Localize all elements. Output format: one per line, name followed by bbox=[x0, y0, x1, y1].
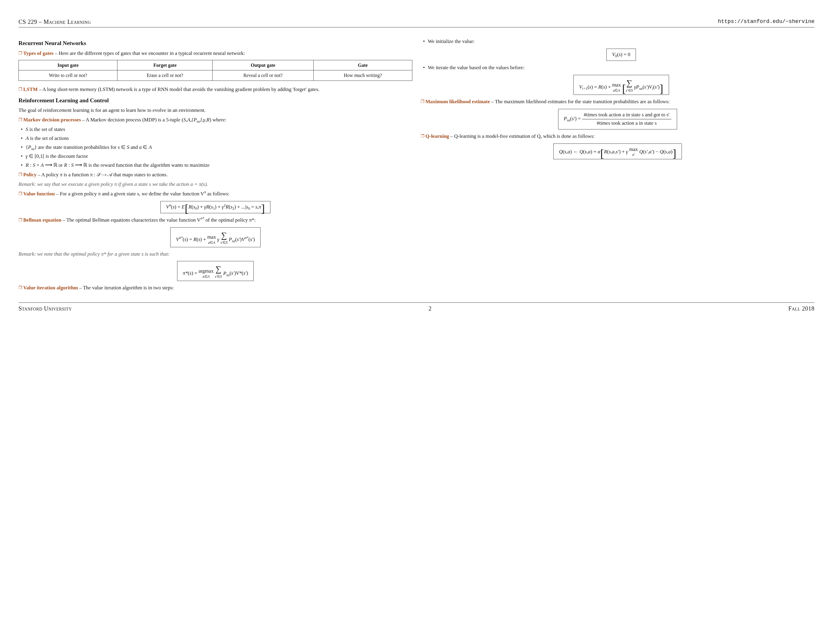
iter-equation: Vi+1(s) = R(s) + maxa∈A [∑s′∈S γPsa(s′)V… bbox=[573, 75, 669, 95]
policy-remark: Remark: we say that we execute a given p… bbox=[18, 181, 412, 188]
list-item: A is the set of actions bbox=[26, 135, 412, 142]
mle-num: #times took action a in state s and got … bbox=[582, 111, 671, 119]
list-item: S is the set of states bbox=[26, 126, 412, 133]
bellman-para: ❐Bellman equation – The optimal Bellman … bbox=[18, 217, 412, 224]
footer-left: Stanford University bbox=[18, 304, 72, 312]
bookmark-icon: ❐ bbox=[18, 172, 23, 177]
list-item: R : S × A ⟶ ℝ or R : S ⟶ ℝ is the reward… bbox=[26, 162, 412, 169]
init-text: We initialize the value: bbox=[428, 39, 474, 44]
bookmark-icon: ❐ bbox=[421, 99, 425, 104]
table-row: Input gate Forget gate Output gate Gate bbox=[19, 60, 412, 71]
lstm-para: ❐LSTM – A long short-term memory (LSTM) … bbox=[18, 86, 412, 93]
rl-heading: Reinforcement Learning and Control bbox=[18, 97, 412, 105]
header-left: CS 229 – Machine Learning bbox=[18, 18, 91, 26]
bellman-body-a: – The optimal Bellman equations characte… bbox=[61, 217, 201, 223]
value-body-a: – For a given policy π and a given state… bbox=[55, 191, 204, 196]
bookmark-icon: ❐ bbox=[18, 285, 23, 290]
valiter-steps: We initialize the value: V0(s) = 0 We it… bbox=[421, 38, 815, 95]
gates-c4: How much writing? bbox=[314, 71, 412, 81]
gates-c3: Reveal a cell or not? bbox=[212, 71, 314, 81]
gates-table: Input gate Forget gate Output gate Gate … bbox=[18, 60, 412, 81]
ql-body: – Q-learning is a model-free estimation … bbox=[449, 133, 595, 139]
right-column: We initialize the value: V0(s) = 0 We it… bbox=[421, 36, 815, 294]
bookmark-icon: ❐ bbox=[18, 87, 23, 92]
mle-equation: Psa(s′) = #times took action a in state … bbox=[558, 109, 677, 129]
qlearning-equation: Q(s,a) ← Q(s,a) + α[R(s,a,s′) + γ maxa′ … bbox=[553, 143, 682, 159]
bookmark-icon: ❐ bbox=[18, 218, 23, 222]
types-body: – Here are the different types of gates … bbox=[54, 50, 245, 56]
mdp-body-a: – A Markov decision process (MDP) is a 5… bbox=[81, 117, 183, 122]
mdp-head: Markov decision processes bbox=[23, 117, 81, 122]
bookmark-icon: ❐ bbox=[18, 192, 23, 196]
page-number: 2 bbox=[428, 304, 432, 312]
gates-h1: Input gate bbox=[19, 60, 117, 71]
mdp-para: ❐Markov decision processes – A Markov de… bbox=[18, 117, 412, 124]
list-item: We iterate the value based on the values… bbox=[428, 64, 815, 95]
value-body-b: as follows: bbox=[206, 191, 229, 196]
lstm-head: LSTM bbox=[23, 87, 37, 92]
gates-h4: Gate bbox=[314, 60, 412, 71]
types-head: Types of gates bbox=[23, 50, 54, 56]
footer-right: Fall 2018 bbox=[788, 304, 815, 312]
types-of-gates-para: ❐Types of gates – Here are the different… bbox=[18, 50, 412, 57]
header-url: https://stanford.edu/~shervine bbox=[718, 18, 815, 26]
valiter-body: – The value iteration algorithm is in tw… bbox=[78, 285, 174, 291]
mle-body: – The maximum likelihood estimates for t… bbox=[490, 99, 670, 105]
qlearning-para: ❐Q-learning – Q-learning is a model-free… bbox=[421, 133, 815, 140]
bellman-remark: Remark: we note that the optimal policy … bbox=[18, 251, 412, 258]
optimal-policy-equation: π*(s) = argmaxa∈A ∑s′∈S Psa(s′)V*(s′) bbox=[177, 261, 254, 281]
list-item: We initialize the value: V0(s) = 0 bbox=[428, 38, 815, 61]
rnn-heading: Recurrent Neural Networks bbox=[18, 39, 412, 47]
value-equation: Vπ(s) = E[R(s0) + γR(s1) + γ2R(s2) + ...… bbox=[161, 201, 271, 213]
iter-text: We iterate the value based on the values… bbox=[428, 65, 524, 71]
mle-para: ❐Maximum likelihood estimate – The maxim… bbox=[421, 98, 815, 105]
gates-h2: Forget gate bbox=[117, 60, 212, 71]
valiter-para: ❐Value iteration algorithm – The value i… bbox=[18, 285, 412, 291]
page-header: CS 229 – Machine Learning https://stanfo… bbox=[18, 18, 815, 27]
value-para: ❐Value function – For a given policy π a… bbox=[18, 191, 412, 198]
value-head: Value function bbox=[23, 191, 55, 196]
bookmark-icon: ❐ bbox=[18, 51, 23, 55]
list-item: {Psa} are the state transition probabili… bbox=[26, 144, 412, 151]
lstm-body: – A long short-term memory (LSTM) networ… bbox=[37, 87, 319, 92]
bookmark-icon: ❐ bbox=[18, 118, 23, 122]
mdp-body-b: ) where: bbox=[210, 117, 226, 122]
gates-c2: Erase a cell or not? bbox=[117, 71, 212, 81]
ql-head: Q-learning bbox=[425, 133, 449, 139]
page-footer: Stanford University 2 Fall 2018 bbox=[18, 303, 815, 312]
rl-intro: The goal of reinforcement learning is fo… bbox=[18, 107, 412, 114]
init-equation: V0(s) = 0 bbox=[606, 48, 636, 61]
bellman-equation: Vπ*(s) = R(s) + maxa∈A γ ∑s′∈S Psa(s′)Vπ… bbox=[170, 227, 261, 247]
valiter-head: Value iteration algorithm bbox=[23, 285, 78, 291]
mdp-list: S is the set of states A is the set of a… bbox=[18, 126, 412, 169]
mle-den: #times took action a in state s bbox=[582, 119, 671, 127]
two-column-layout: Recurrent Neural Networks ❐Types of gate… bbox=[18, 36, 815, 294]
left-column: Recurrent Neural Networks ❐Types of gate… bbox=[18, 36, 412, 294]
policy-head: Policy bbox=[23, 172, 36, 177]
policy-para: ❐Policy – A policy π is a function π : 𝒮… bbox=[18, 172, 412, 179]
mle-head: Maximum likelihood estimate bbox=[425, 99, 490, 105]
policy-body: – A policy π is a function π : 𝒮 ⟶ 𝒜 tha… bbox=[36, 172, 167, 177]
table-row: Write to cell or not? Erase a cell or no… bbox=[19, 71, 412, 81]
gates-h3: Output gate bbox=[212, 60, 314, 71]
bookmark-icon: ❐ bbox=[421, 134, 425, 138]
mdp-tuple: S,A,{Psa},γ,R bbox=[183, 117, 210, 122]
bellman-head: Bellman equation bbox=[23, 217, 61, 223]
gates-c1: Write to cell or not? bbox=[19, 71, 117, 81]
bellman-body-b: of the optimal policy π*: bbox=[204, 217, 256, 223]
list-item: γ ∈ [0,1[ is the discount factor bbox=[26, 153, 412, 160]
